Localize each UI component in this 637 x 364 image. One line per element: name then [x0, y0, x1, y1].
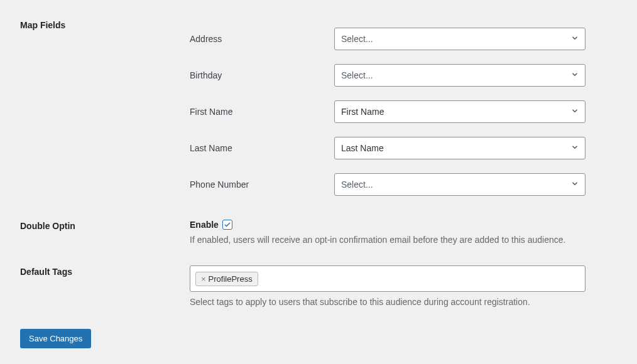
last-name-select-value: Last Name: [341, 143, 384, 153]
field-row-phone-number: Phone Number Select...: [190, 173, 604, 196]
double-optin-help: If enabled, users will receive an opt-in…: [190, 233, 604, 247]
last-name-select[interactable]: Last Name: [334, 137, 585, 159]
tag-label: ProfilePress: [209, 274, 253, 284]
default-tags-input[interactable]: × ProfilePress: [190, 265, 585, 292]
double-optin-label: Double Optin: [20, 221, 75, 231]
first-name-select-value: First Name: [341, 107, 384, 117]
field-row-last-name: Last Name Last Name: [190, 137, 604, 159]
default-tags-label: Default Tags: [20, 267, 72, 277]
phone-number-label: Phone Number: [190, 179, 334, 190]
tag-profilepress: × ProfilePress: [195, 272, 258, 286]
save-changes-button[interactable]: Save Changes: [20, 329, 91, 348]
field-row-first-name: First Name First Name: [190, 100, 604, 123]
birthday-select[interactable]: Select...: [334, 64, 585, 87]
field-row-address: Address Select...: [190, 28, 604, 50]
birthday-select-value: Select...: [341, 70, 373, 80]
first-name-select[interactable]: First Name: [334, 100, 585, 123]
birthday-label: Birthday: [190, 70, 334, 80]
tag-remove-icon[interactable]: ×: [201, 275, 206, 283]
last-name-label: Last Name: [190, 143, 334, 153]
checkmark-icon: [224, 221, 231, 228]
address-label: Address: [190, 34, 334, 44]
map-fields-label: Map Fields: [20, 20, 65, 30]
address-select[interactable]: Select...: [334, 28, 585, 50]
field-row-birthday: Birthday Select...: [190, 64, 604, 87]
enable-label: Enable: [190, 220, 219, 230]
default-tags-help: Select tags to apply to users that subsc…: [190, 296, 585, 309]
address-select-value: Select...: [341, 34, 373, 44]
enable-checkbox[interactable]: [222, 220, 232, 230]
first-name-label: First Name: [190, 107, 334, 117]
phone-number-select[interactable]: Select...: [334, 173, 585, 196]
phone-number-select-value: Select...: [341, 179, 373, 190]
